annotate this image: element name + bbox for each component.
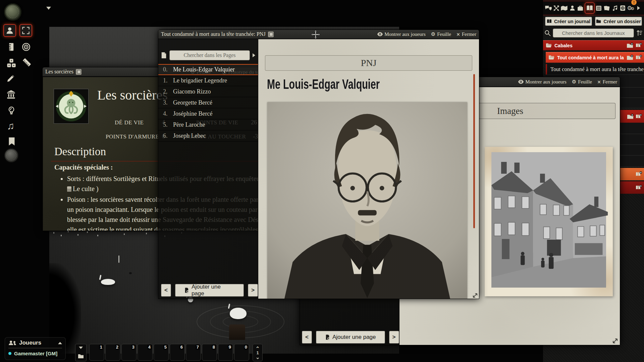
tool-select-token[interactable]: [3, 24, 16, 37]
tab-items[interactable]: [577, 2, 584, 14]
create-journal-label: Créer un journal: [554, 19, 590, 24]
tab-cards[interactable]: [603, 2, 610, 14]
tool-ruler[interactable]: [5, 41, 17, 53]
window-title: Les sorcières: [45, 69, 73, 75]
images-page-footer: < Ajouter une page >: [302, 331, 399, 344]
stone-seal-icon[interactable]: [4, 148, 19, 163]
players-label: Joueurs: [19, 340, 41, 346]
tool-music[interactable]: ♫: [5, 120, 17, 132]
tab-settings[interactable]: ⚙⚙ !: [627, 2, 634, 14]
create-subfolder-icon[interactable]: [627, 43, 633, 48]
journal-entry-tete-tranchee[interactable]: Tout condamné à mort aura la tête tranch…: [546, 64, 644, 75]
tool-bookmark[interactable]: [6, 135, 18, 147]
previous-page-button[interactable]: <: [161, 284, 171, 297]
add-page-button[interactable]: Ajouter une page: [316, 331, 385, 344]
swan: [101, 279, 115, 285]
tool-dice[interactable]: [5, 57, 17, 69]
hotbar-slot-8[interactable]: 8: [202, 344, 217, 361]
collapse-pages-icon[interactable]: [253, 53, 255, 57]
hotbar-slot-0[interactable]: 0: [234, 344, 249, 361]
journal-badge-icon: [268, 32, 274, 37]
content-link-le-culte[interactable]: Le culte ): [67, 185, 99, 192]
tool-target-frame[interactable]: [19, 24, 32, 37]
hotbar-slot-7[interactable]: 7: [186, 344, 201, 361]
page-item-6[interactable]: 6.Joseph Lebec: [158, 130, 258, 141]
tab-playlists[interactable]: [611, 2, 619, 14]
create-folder-button[interactable]: Créer un dossier: [595, 17, 642, 26]
show-players-button[interactable]: Montrer aux joueurs: [377, 32, 425, 37]
actor-name[interactable]: Les sorcières: [97, 87, 168, 103]
create-entry-icon[interactable]: [635, 171, 642, 177]
next-page-button[interactable]: >: [389, 331, 399, 344]
tab-compendium[interactable]: [619, 2, 626, 14]
hotbar-slot-3[interactable]: 3: [121, 344, 137, 361]
sort-icon[interactable]: [636, 30, 643, 36]
portrait-photo[interactable]: [267, 102, 467, 299]
hotbar-folder-control[interactable]: [75, 344, 87, 361]
page-item-0[interactable]: 0.Me Louis-Edgar Valquier: [158, 64, 258, 75]
hotbar-slot-6[interactable]: 6: [170, 344, 185, 361]
create-entry-icon[interactable]: [635, 43, 642, 48]
tab-actors[interactable]: [569, 2, 576, 14]
page-item-3[interactable]: 3.Georgette Bercé: [158, 97, 258, 108]
journal-search-input[interactable]: [553, 28, 634, 38]
person-icon: [6, 27, 13, 34]
close-button[interactable]: ×Fermer: [457, 31, 476, 38]
tab-combat[interactable]: [553, 2, 560, 14]
page-item-1[interactable]: 1.Le brigadier Legendre: [158, 75, 258, 86]
street-photo-art: [489, 152, 608, 288]
hotbar-page-switcher[interactable]: ⌃ 1 ⌃: [253, 344, 263, 361]
swan: [230, 308, 247, 319]
create-subfolder-icon[interactable]: [627, 114, 634, 119]
tool-bullseye[interactable]: [20, 41, 32, 53]
actor-token-image[interactable]: [54, 89, 89, 124]
gear-icon: ⚙: [572, 79, 576, 84]
resize-handle-icon[interactable]: [612, 338, 618, 344]
sheet-config-button[interactable]: ⚙Feuille: [431, 32, 451, 37]
page-item-4[interactable]: 4.Joséphine Bercé: [158, 108, 258, 119]
tab-journal[interactable]: [585, 2, 595, 14]
create-entry-icon[interactable]: [635, 114, 642, 119]
hotbar-slot-4[interactable]: 4: [138, 344, 153, 361]
sheet-config-button[interactable]: ⚙Feuille: [572, 79, 592, 85]
folder-campaign[interactable]: Tout condamné à mort aura la: [546, 52, 644, 63]
tool-pencil[interactable]: [5, 72, 17, 84]
next-page-button[interactable]: >: [248, 284, 258, 297]
cthulhu-emblem: [55, 90, 87, 122]
page-down-icon[interactable]: ⌃: [256, 355, 260, 359]
street-photo[interactable]: [485, 147, 613, 296]
pages-search-input[interactable]: [169, 50, 250, 60]
create-entry-icon[interactable]: [635, 55, 642, 60]
pnj-page-title: Me Louis-Edgar Valquier: [267, 77, 380, 92]
tool-lightbulb[interactable]: [5, 105, 17, 117]
tool-temple[interactable]: [5, 88, 17, 101]
create-journal-button[interactable]: Créer un journal: [545, 17, 592, 26]
hotbar-slot-2[interactable]: 2: [105, 344, 120, 361]
previous-page-button[interactable]: <: [302, 331, 312, 344]
scrollbar[interactable]: [473, 74, 475, 228]
show-players-button[interactable]: Montrer aux joueurs: [518, 79, 566, 85]
close-button[interactable]: ×Fermer: [597, 79, 617, 85]
sidebar-collapse-icon[interactable]: [635, 2, 642, 14]
page-up-icon[interactable]: ⌃: [256, 347, 260, 350]
hotbar-slot-9[interactable]: 9: [218, 344, 233, 361]
page-item-5[interactable]: 5.Père Laroche: [158, 119, 258, 130]
player-row-gm[interactable]: Gamemaster [GM]: [8, 351, 62, 356]
page-icon: [67, 186, 71, 192]
create-subfolder-icon[interactable]: [627, 55, 633, 60]
tab-chat[interactable]: [545, 2, 552, 14]
tab-tables[interactable]: [595, 2, 602, 14]
nav-collapse-caret-icon[interactable]: [46, 7, 51, 10]
page-item-2[interactable]: 2.Giacomo Rizzo: [158, 86, 258, 97]
create-entry-icon[interactable]: [635, 185, 642, 190]
cthulhu-seal-logo[interactable]: [4, 3, 21, 21]
tab-scenes[interactable]: [560, 2, 568, 14]
hotbar-slot-5[interactable]: 5: [154, 344, 169, 361]
pnj-journal-window: Tout condamné à mort aura la tête tranch…: [158, 29, 479, 299]
players-header[interactable]: Joueurs: [8, 340, 62, 348]
resize-handle-icon[interactable]: [473, 293, 478, 298]
folder-cabales[interactable]: Cabales: [543, 40, 644, 50]
hotbar-slot-1[interactable]: 1: [89, 344, 104, 361]
tool-measure-diagonal[interactable]: [21, 56, 33, 68]
add-page-button[interactable]: Ajouter une page: [175, 284, 244, 297]
